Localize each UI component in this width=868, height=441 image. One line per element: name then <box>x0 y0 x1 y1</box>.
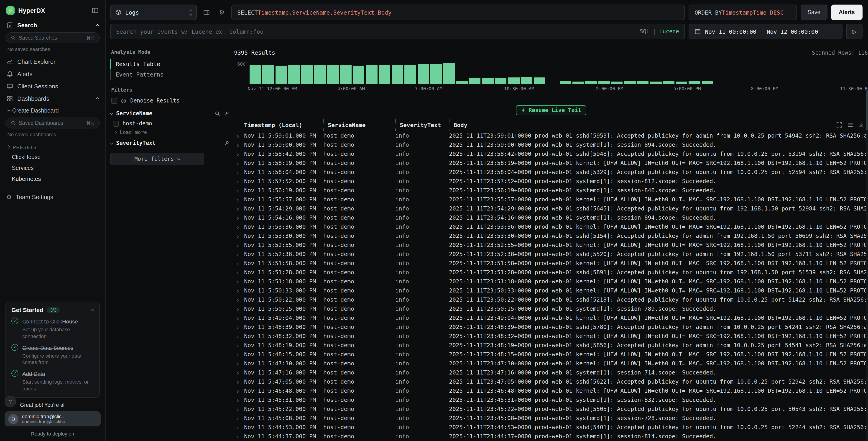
saved-dashboards-input[interactable]: ⌘K <box>5 118 100 128</box>
row-expand-chevron-icon[interactable] <box>234 150 244 157</box>
denoise-results-toggle[interactable]: Denoise Results <box>111 97 229 104</box>
facet-search-icon[interactable] <box>215 111 220 116</box>
histogram-bar[interactable] <box>508 78 519 84</box>
row-expand-chevron-icon[interactable] <box>234 196 244 203</box>
table-row[interactable]: Nov 11 5:54:29.000 PM host-demo info 202… <box>234 204 868 213</box>
table-row[interactable]: Nov 11 5:48:19.000 PM host-demo info 202… <box>234 340 868 349</box>
get-started-step[interactable]: ✓ Create Data Sources Configure where yo… <box>11 344 94 365</box>
table-row[interactable]: Nov 11 5:45:22.000 PM host-demo info 202… <box>234 404 868 413</box>
histogram-bar[interactable] <box>534 78 545 84</box>
histogram-bar[interactable] <box>572 81 584 84</box>
pin-icon[interactable] <box>222 139 231 147</box>
row-expand-chevron-icon[interactable] <box>234 396 244 403</box>
scrollbar-thumb[interactable] <box>866 90 868 130</box>
facet-checkbox[interactable] <box>113 120 119 126</box>
row-expand-chevron-icon[interactable] <box>234 278 244 285</box>
user-menu[interactable]: D dominic.tran@clic... dominic.tran@clic… <box>5 411 101 427</box>
date-range-picker[interactable]: Nov 11 00:00:00 - Nov 12 00:00:00 <box>689 24 842 39</box>
row-expand-chevron-icon[interactable] <box>234 414 244 421</box>
run-query-button[interactable]: ▷ <box>846 24 863 39</box>
table-row[interactable]: Nov 11 5:50:15.000 PM host-demo info 202… <box>234 304 868 313</box>
histogram-bar[interactable] <box>663 81 675 84</box>
saved-searches-field[interactable] <box>19 35 84 40</box>
row-expand-chevron-icon[interactable] <box>234 287 244 294</box>
table-row[interactable]: Nov 11 5:57:52.000 PM host-demo info 202… <box>234 176 868 185</box>
get-started-step[interactable]: ✓ Connect to ClickHouse Set up your data… <box>11 317 94 339</box>
histogram-bar[interactable] <box>676 81 687 84</box>
table-row[interactable]: Nov 11 5:44:53.000 PM host-demo info 202… <box>234 422 868 432</box>
table-row[interactable]: Nov 11 5:50:22.000 PM host-demo info 202… <box>234 295 868 304</box>
column-header-servicename[interactable]: ServiceName <box>323 119 395 131</box>
histogram-bar[interactable] <box>611 81 623 84</box>
table-row[interactable]: Nov 11 5:48:15.000 PM host-demo info 202… <box>234 349 868 358</box>
table-row[interactable]: Nov 11 5:54:16.000 PM host-demo info 202… <box>234 213 868 222</box>
sidebar-collapse-icon[interactable] <box>92 7 99 14</box>
histogram-bar[interactable] <box>495 78 507 84</box>
histogram-bar[interactable] <box>288 65 300 84</box>
histogram-bar[interactable] <box>702 81 713 84</box>
sql-mode-option[interactable]: SQL <box>640 28 649 35</box>
table-scrollbar[interactable] <box>866 89 868 441</box>
sidebar-item-team-settings[interactable]: ⚙ Team Settings <box>0 191 105 203</box>
row-expand-chevron-icon[interactable] <box>234 223 244 230</box>
histogram-bar[interactable] <box>250 65 261 84</box>
table-row[interactable]: Nov 11 5:48:39.000 PM host-demo info 202… <box>234 322 868 331</box>
help-button[interactable]: ? <box>5 396 16 407</box>
table-row[interactable]: Nov 11 5:52:55.000 PM host-demo info 202… <box>234 240 868 249</box>
select-query-input[interactable]: SELECT Timestamp,ServiceName,SeverityTex… <box>231 5 685 20</box>
histogram-bar[interactable] <box>379 65 390 84</box>
table-row[interactable]: Nov 11 5:53:36.000 PM host-demo info 202… <box>234 222 868 231</box>
row-expand-chevron-icon[interactable] <box>234 159 244 166</box>
histogram-bar[interactable] <box>624 81 636 84</box>
table-row[interactable]: Nov 11 5:58:04.000 PM host-demo info 202… <box>234 167 868 176</box>
column-header-severitytext[interactable]: SeverityText <box>395 119 449 131</box>
row-expand-chevron-icon[interactable] <box>234 387 244 394</box>
event-search-bar[interactable]: SQL | Lucene <box>110 24 685 39</box>
saved-dashboards-field[interactable] <box>19 120 84 126</box>
sidebar-item-search[interactable]: Search <box>0 19 105 31</box>
lucene-mode-option[interactable]: Lucene <box>659 28 679 35</box>
table-row[interactable]: Nov 11 5:58:42.000 PM host-demo info 202… <box>234 149 868 158</box>
create-dashboard-button[interactable]: + Create Dashboard <box>0 105 105 117</box>
row-expand-chevron-icon[interactable] <box>234 232 244 239</box>
facet-option-host-demo[interactable]: host-demo <box>113 120 229 127</box>
table-row[interactable]: Nov 11 5:47:05.000 PM host-demo info 202… <box>234 377 868 386</box>
row-expand-chevron-icon[interactable] <box>234 423 244 430</box>
histogram-bar[interactable] <box>456 80 468 84</box>
table-row[interactable]: Nov 11 5:45:31.000 PM host-demo info 202… <box>234 395 868 404</box>
column-header-timestamp[interactable]: Timestamp (Local) <box>244 121 323 128</box>
table-row[interactable]: Nov 11 5:59:00.000 PM host-demo info 202… <box>234 140 868 149</box>
table-row[interactable]: Nov 11 5:50:33.000 PM host-demo info 202… <box>234 286 868 295</box>
alerts-button[interactable]: Alerts <box>831 5 863 20</box>
histogram-bar[interactable] <box>650 82 661 84</box>
pin-icon[interactable] <box>222 109 231 118</box>
histogram-bar[interactable] <box>430 64 442 84</box>
row-expand-chevron-icon[interactable] <box>234 369 244 376</box>
mode-results-table[interactable]: Results Table <box>110 59 229 69</box>
sidebar-item-alerts[interactable]: Alerts <box>0 68 105 80</box>
resume-live-tail-button[interactable]: Resume Live Tail <box>516 105 586 115</box>
histogram-bar[interactable] <box>585 81 597 84</box>
sidebar-item-dashboards[interactable]: Dashboards <box>0 92 105 105</box>
row-expand-chevron-icon[interactable] <box>234 260 244 266</box>
row-expand-chevron-icon[interactable] <box>234 241 244 248</box>
download-icon[interactable] <box>858 122 864 128</box>
histogram-bar[interactable] <box>262 65 274 84</box>
table-row[interactable]: Nov 11 5:53:30.000 PM host-demo info 202… <box>234 231 868 240</box>
histogram-bar[interactable] <box>598 81 610 84</box>
histogram-bar[interactable] <box>417 64 429 84</box>
denoise-checkbox[interactable] <box>111 98 117 104</box>
histogram-bar[interactable] <box>405 65 416 84</box>
row-expand-chevron-icon[interactable] <box>234 269 244 275</box>
row-expand-chevron-icon[interactable] <box>234 251 244 257</box>
row-expand-chevron-icon[interactable] <box>234 314 244 321</box>
row-expand-chevron-icon[interactable] <box>234 214 244 221</box>
save-button[interactable]: Save <box>801 5 827 20</box>
facet-group-servicename[interactable]: ServiceName <box>110 110 229 117</box>
row-expand-chevron-icon[interactable] <box>234 405 244 412</box>
row-expand-chevron-icon[interactable] <box>234 342 244 348</box>
source-settings-icon-button[interactable]: ⚙ <box>216 6 228 18</box>
event-search-input[interactable] <box>116 28 635 35</box>
row-expand-chevron-icon[interactable] <box>234 433 244 439</box>
sidebar-item-client-sessions[interactable]: Client Sessions <box>0 80 105 92</box>
